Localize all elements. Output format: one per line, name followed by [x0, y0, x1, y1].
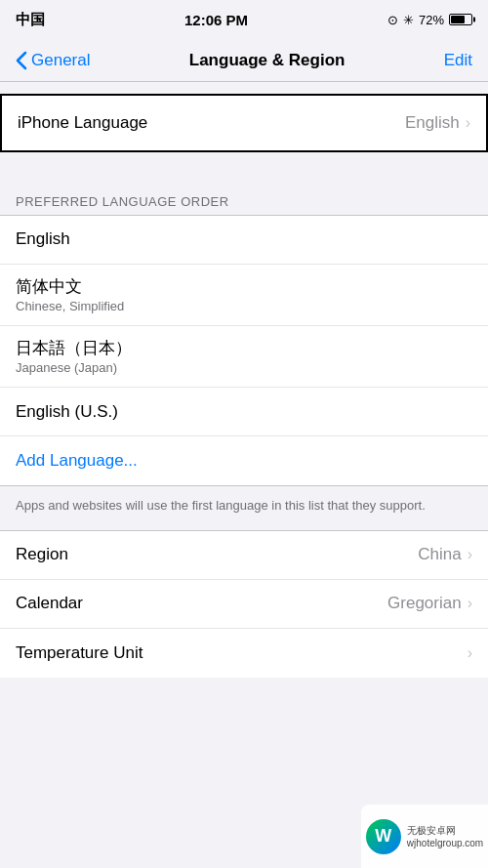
language-list: English 简体中文 Chinese, Simplified 日本語（日本）…: [0, 215, 488, 486]
calendar-value-container: Gregorian ›: [387, 594, 472, 613]
list-item[interactable]: 简体中文 Chinese, Simplified: [0, 265, 488, 326]
edit-button[interactable]: Edit: [444, 51, 472, 70]
chevron-right-icon: ›: [468, 644, 472, 662]
back-label: General: [31, 51, 90, 70]
region-value-container: China ›: [418, 545, 472, 564]
chevron-right-icon: ›: [468, 595, 472, 612]
iphone-language-value-container: English ›: [405, 113, 470, 133]
calendar-value: Gregorian: [387, 594, 462, 613]
add-language-label: Add Language...: [16, 451, 138, 471]
iphone-language-value: English: [405, 113, 460, 133]
calendar-label: Calendar: [16, 594, 83, 613]
bluetooth-icon: ✳: [403, 13, 414, 27]
list-item-title: 简体中文: [16, 276, 472, 298]
region-label: Region: [16, 545, 68, 564]
time-text: 12:06 PM: [184, 12, 248, 28]
carrier-text: 中国: [16, 11, 45, 29]
back-button[interactable]: General: [16, 51, 90, 70]
list-item[interactable]: English: [0, 216, 488, 265]
temperature-value-container: ›: [462, 644, 472, 662]
battery-icon: [449, 14, 472, 25]
watermark-icon: W: [375, 826, 391, 847]
nav-bar: General Language & Region Edit: [0, 39, 488, 82]
watermark-line2: wjhotelgroup.com: [407, 838, 483, 848]
chevron-right-icon: ›: [466, 114, 470, 132]
list-item-content: English: [16, 228, 472, 250]
iphone-language-label: iPhone Language: [18, 113, 147, 133]
region-row[interactable]: Region China ›: [0, 531, 488, 580]
preferred-language-header: PREFERRED LANGUAGE ORDER: [0, 186, 488, 215]
battery-percent: 72%: [419, 13, 444, 27]
temperature-label: Temperature Unit: [16, 643, 142, 663]
list-item-subtitle: Japanese (Japan): [16, 360, 472, 375]
list-item-content: English (U.S.): [16, 401, 472, 423]
list-item-title: English: [16, 228, 472, 250]
bottom-section: Region China › Calendar Gregorian › Temp…: [0, 530, 488, 678]
list-item-subtitle: Chinese, Simplified: [16, 299, 472, 313]
list-item-content: 日本語（日本） Japanese (Japan): [16, 338, 472, 375]
page-title: Language & Region: [189, 51, 346, 70]
list-item-content: 简体中文 Chinese, Simplified: [16, 276, 472, 313]
watermark: W 无极安卓网 wjhotelgroup.com: [361, 805, 488, 868]
temperature-row[interactable]: Temperature Unit ›: [0, 629, 488, 678]
watermark-line1: 无极安卓网: [407, 824, 483, 838]
region-value: China: [418, 545, 461, 564]
list-item-title: 日本語（日本）: [16, 338, 472, 359]
list-item[interactable]: 日本語（日本） Japanese (Japan): [0, 326, 488, 388]
calendar-row[interactable]: Calendar Gregorian ›: [0, 580, 488, 629]
status-icons: ⊙ ✳ 72%: [387, 13, 472, 27]
list-item-title: English (U.S.): [16, 401, 472, 423]
page-wrapper: 中国 12:06 PM ⊙ ✳ 72% General Language & R…: [0, 0, 488, 868]
chevron-right-icon: ›: [468, 546, 472, 563]
chevron-left-icon: [16, 51, 27, 70]
gap-1: [0, 152, 488, 186]
status-bar: 中国 12:06 PM ⊙ ✳ 72%: [0, 0, 488, 39]
add-language-button[interactable]: Add Language...: [0, 436, 488, 485]
list-item[interactable]: English (U.S.): [0, 388, 488, 436]
location-icon: ⊙: [387, 13, 398, 27]
language-info-text: Apps and websites will use the first lan…: [0, 486, 488, 530]
iphone-language-row[interactable]: iPhone Language English ›: [0, 94, 488, 152]
